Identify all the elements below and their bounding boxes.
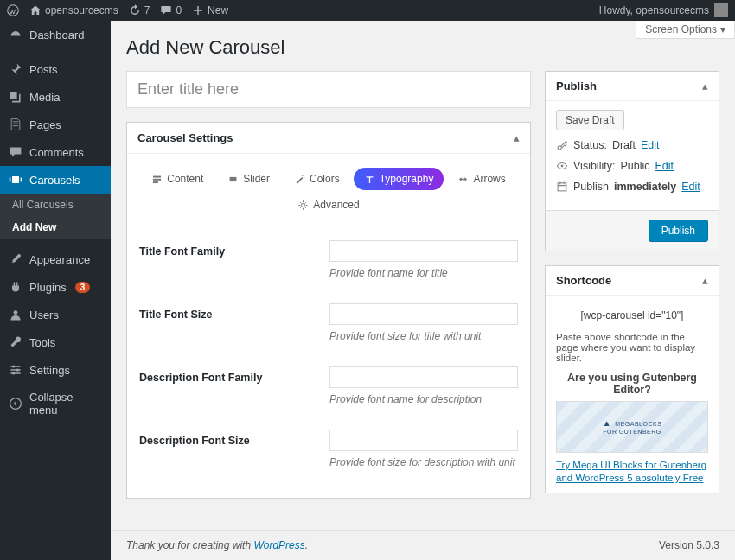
brush-icon <box>9 252 22 266</box>
tab-typography[interactable]: Typography <box>354 168 444 190</box>
revisions-link[interactable]: 7 <box>129 4 150 16</box>
plugin-icon <box>9 280 22 294</box>
howdy-link[interactable]: Howdy, opensourcecms <box>599 4 709 16</box>
new-link[interactable]: New <box>192 4 228 16</box>
main-content: Screen Options ▾ Add New Carousel Carous… <box>111 21 735 560</box>
submenu-carousels: All Carousels Add New <box>0 194 111 239</box>
edit-status-link[interactable]: Edit <box>641 139 660 151</box>
carousel-icon <box>9 173 22 187</box>
user-icon <box>9 308 22 321</box>
tab-colors[interactable]: Colors <box>284 168 350 190</box>
svg-rect-3 <box>10 178 11 182</box>
page-icon <box>9 118 22 131</box>
admin-bar: opensourcecms 7 0 New Howdy, opensourcec… <box>0 0 735 21</box>
gear-icon <box>297 200 309 211</box>
menu-carousels[interactable]: Carousels <box>0 166 111 194</box>
publish-button[interactable]: Publish <box>649 220 708 242</box>
shortcode-help: Paste above shortcode in the page where … <box>556 332 708 363</box>
admin-sidebar: Dashboard Posts Media Pages Comments Car… <box>0 21 111 560</box>
comments-link[interactable]: 0 <box>160 4 182 16</box>
menu-settings[interactable]: Settings <box>0 356 111 384</box>
menu-users[interactable]: Users <box>0 301 111 328</box>
post-title-input[interactable] <box>126 71 531 108</box>
wp-logo[interactable] <box>7 4 19 16</box>
menu-media[interactable]: Media <box>0 83 111 111</box>
edit-schedule-link[interactable]: Edit <box>681 181 700 193</box>
calendar-icon <box>556 181 568 193</box>
status-line: Status: Draft Edit <box>556 139 708 151</box>
tab-content[interactable]: Content <box>141 168 214 190</box>
menu-tools[interactable]: Tools <box>0 328 111 356</box>
help-desc-font-family: Provide font name for description <box>329 393 518 405</box>
carousel-settings-box: Carousel Settings ▴ Content Slider Color… <box>126 122 531 499</box>
tab-advanced[interactable]: Advanced <box>287 194 369 216</box>
svg-point-5 <box>14 310 18 315</box>
menu-pages[interactable]: Pages <box>0 111 111 138</box>
gutenberg-link[interactable]: Try Mega UI Blocks for Gutenberg and Wor… <box>556 460 706 483</box>
input-title-font-size[interactable] <box>329 303 518 325</box>
pin-icon <box>9 62 22 76</box>
menu-dashboard[interactable]: Dashboard <box>0 21 111 48</box>
site-link[interactable]: opensourcecms <box>29 4 118 16</box>
tab-arrows[interactable]: Arrows <box>447 168 515 190</box>
slider-icon <box>227 174 239 185</box>
input-desc-font-family[interactable] <box>329 366 518 388</box>
sliders-icon <box>9 363 22 377</box>
avatar-icon <box>714 3 728 17</box>
help-title-font-size: Provide font size for title with unit <box>329 330 518 342</box>
input-desc-font-size[interactable] <box>329 430 518 451</box>
toggle-icon[interactable]: ▴ <box>514 131 520 144</box>
label-desc-font-family: Description Font Family <box>139 366 329 384</box>
eye-icon <box>556 160 568 172</box>
menu-posts[interactable]: Posts <box>0 55 111 83</box>
svg-rect-12 <box>153 181 158 183</box>
menu-appearance[interactable]: Appearance <box>0 245 111 273</box>
plus-icon <box>192 4 204 16</box>
svg-point-6 <box>12 365 15 367</box>
site-name: opensourcecms <box>45 4 118 16</box>
input-title-font-family[interactable] <box>329 240 518 262</box>
comment-icon <box>9 145 22 159</box>
svg-point-0 <box>8 5 19 16</box>
visibility-line: Visibility: Public Edit <box>556 160 708 172</box>
screen-options-toggle[interactable]: Screen Options ▾ <box>636 21 735 39</box>
svg-point-9 <box>10 398 22 410</box>
toggle-icon[interactable]: ▴ <box>702 80 708 92</box>
wrench-icon <box>9 335 22 349</box>
shortcode-text: [wcp-carousel id="10"] <box>556 304 708 327</box>
arrows-icon <box>457 174 469 185</box>
tab-slider[interactable]: Slider <box>217 168 280 190</box>
save-draft-button[interactable]: Save Draft <box>556 110 624 130</box>
svg-point-14 <box>302 175 303 175</box>
comment-icon <box>160 4 172 16</box>
schedule-line: Publish immediately Edit <box>556 181 708 193</box>
megablocks-logo: ▲ MEGABLOCKSFOR GUTENBERG <box>603 418 662 436</box>
help-title-font-family: Provide font name for title <box>329 267 518 279</box>
label-title-font-size: Title Font Size <box>139 303 329 321</box>
wand-icon <box>294 174 305 185</box>
edit-visibility-link[interactable]: Edit <box>655 160 674 172</box>
help-desc-font-size: Provide font size for description with u… <box>329 456 518 468</box>
svg-rect-4 <box>21 178 22 182</box>
menu-collapse[interactable]: Collapse menu <box>0 384 111 423</box>
content-icon <box>151 174 163 185</box>
submenu-add-new[interactable]: Add New <box>0 216 111 239</box>
footer: Thank you for creating with WordPress. V… <box>111 530 735 560</box>
svg-rect-10 <box>153 175 161 177</box>
home-icon <box>29 4 42 16</box>
menu-comments[interactable]: Comments <box>0 138 111 166</box>
svg-rect-13 <box>230 176 237 181</box>
label-desc-font-size: Description Font Size <box>139 430 329 447</box>
svg-point-8 <box>12 372 15 374</box>
carousel-settings-header: Carousel Settings ▴ <box>127 123 530 154</box>
version-text: Version 5.0.3 <box>659 539 719 551</box>
svg-rect-1 <box>714 3 728 17</box>
settings-tabs: Content Slider Colors Typography Arrows … <box>127 154 530 225</box>
typography-icon <box>364 174 375 185</box>
wordpress-link[interactable]: WordPress <box>253 539 304 551</box>
dashboard-icon <box>9 28 22 41</box>
menu-plugins[interactable]: Plugins3 <box>0 273 111 301</box>
submenu-all-carousels[interactable]: All Carousels <box>0 194 111 216</box>
toggle-icon[interactable]: ▴ <box>702 274 708 287</box>
svg-point-18 <box>561 165 564 168</box>
